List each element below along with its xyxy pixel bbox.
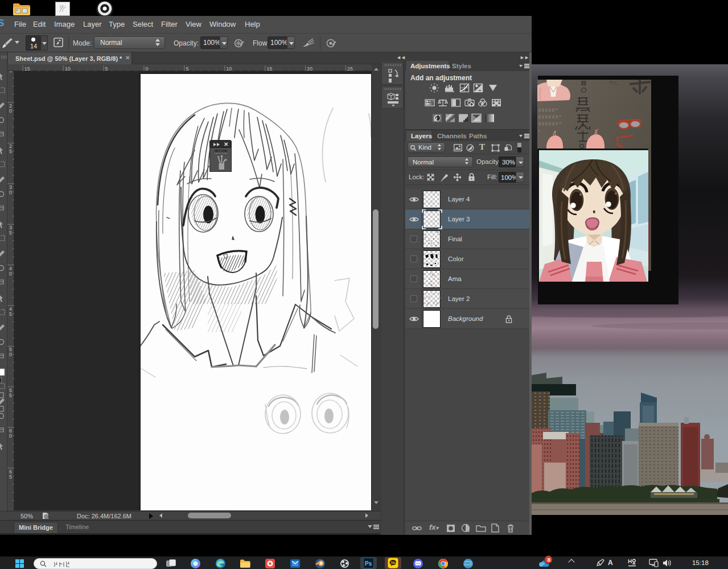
svg-text:5: 5 — [9, 71, 12, 73]
svg-text:10: 10 — [226, 66, 232, 72]
svg-text:25: 25 — [347, 66, 353, 72]
svg-text:0: 0 — [9, 271, 12, 277]
svg-text:5: 5 — [9, 149, 12, 154]
svg-text:0: 0 — [9, 433, 12, 439]
svg-text:TALK: TALK — [391, 562, 398, 564]
svg-text:0: 0 — [146, 66, 149, 72]
svg-text:0: 0 — [9, 352, 12, 357]
svg-text:5: 5 — [9, 393, 12, 398]
svg-text:15: 15 — [266, 66, 272, 72]
svg-text:Ps: Ps — [365, 560, 372, 567]
svg-text:0: 0 — [9, 189, 12, 195]
svg-text:20: 20 — [307, 66, 312, 72]
svg-text:▾: ▾ — [467, 529, 470, 533]
svg-text:5: 5 — [9, 311, 12, 317]
svg-text:0: 0 — [9, 108, 12, 114]
svg-text:5: 5 — [105, 66, 108, 72]
svg-text:10: 10 — [65, 66, 71, 72]
svg-text:5: 5 — [9, 474, 12, 480]
svg-text:5: 5 — [186, 66, 188, 72]
svg-text:5: 5 — [9, 230, 12, 236]
svg-text:15: 15 — [24, 66, 30, 72]
